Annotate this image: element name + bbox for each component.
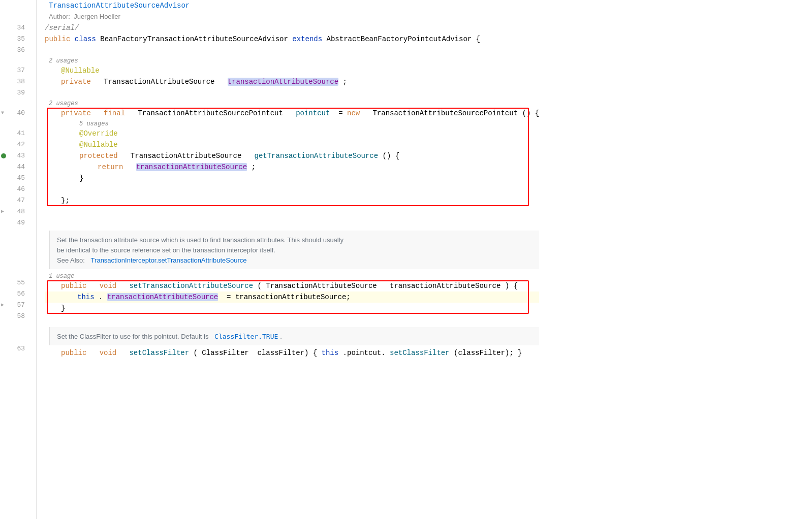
- kw-protected-43: protected: [79, 152, 118, 160]
- var-tas-56: transactionAttributeSource: [107, 293, 218, 301]
- line-num-58: 58: [0, 311, 30, 322]
- line-num-57: 57 ▶: [0, 300, 30, 311]
- code-line-35: public class BeanFactoryTransactionAttri…: [45, 34, 539, 45]
- doc-text-1a: Set the transaction attribute source whi…: [57, 236, 343, 244]
- kw-new-40: new: [347, 109, 360, 117]
- doc-see-also-label: See Also:: [57, 256, 85, 264]
- line-num-49: 49: [0, 217, 30, 229]
- line-numbers-column: 34 35 36 37 38 39 40 ▼ 41 42 43 44 45: [0, 0, 37, 519]
- line-num-44: 44: [0, 161, 30, 173]
- code-editor: 34 35 36 37 38 39 40 ▼ 41 42 43 44 45: [0, 0, 812, 519]
- doc2-line-1: Set the ClassFilter to use for this poin…: [57, 331, 532, 341]
- doc2-link-1[interactable]: ClassFilter.TRUE: [214, 333, 278, 340]
- kw-this-56: this: [77, 293, 95, 301]
- author-line: Author: Juergen Hoeller: [45, 11, 539, 22]
- header-class-line: TransactionAttributeSourceAdvisor: [45, 0, 539, 11]
- kw-public-55: public: [61, 282, 86, 290]
- line-num-usage3: [0, 119, 30, 128]
- annotation-override-41: @Override: [79, 129, 118, 138]
- code-line-49: [45, 217, 539, 229]
- code-line-40: private final TransactionAttributeSource…: [45, 108, 539, 119]
- code-line-47: };: [45, 195, 539, 206]
- line-num-usage4: [0, 268, 30, 277]
- usage-hint-37: 2 usages: [45, 56, 539, 65]
- kw-public-35: public: [45, 34, 70, 45]
- type-tasp-40: TransactionAttributeSourcePointcut: [138, 109, 283, 117]
- doc2-text-1: Set the ClassFilter to use for this poin…: [57, 333, 208, 340]
- code-line-46: [45, 184, 539, 195]
- usage-count-40: 2 usages: [49, 100, 78, 107]
- line-num-usage1: [0, 56, 30, 65]
- line-num-42: 42: [0, 139, 30, 150]
- line-num-41: 41: [0, 128, 30, 139]
- code-line-63: public void setClassFilter ( ClassFilter…: [45, 347, 539, 359]
- usage-hint-55: 1 usage: [45, 271, 539, 280]
- kw-extends-35: extends: [292, 34, 322, 45]
- line-num-46: 46: [0, 184, 30, 195]
- line-num-55: 55: [0, 277, 30, 288]
- usage-count-inner: 5 usages: [79, 120, 109, 127]
- line-num-36: 36: [0, 45, 30, 56]
- kw-private-38: private: [61, 78, 91, 86]
- doc-line-2: be identical to the source reference set…: [57, 245, 532, 255]
- code-line-56: this . transactionAttributeSource = tran…: [45, 291, 539, 303]
- fold-icon-48[interactable]: ▶: [1, 206, 4, 217]
- line-num-39: 39: [0, 87, 30, 99]
- doc-text-1b: be identical to the source reference set…: [57, 246, 275, 254]
- var-pointcut-40: pointcut: [296, 109, 330, 117]
- line-num-34: 34: [0, 22, 30, 34]
- line-num-header2: [0, 11, 30, 22]
- param-tas-55: transactionAttributeSource: [390, 282, 501, 290]
- red-box-group-1: private final TransactionAttributeSource…: [45, 108, 539, 206]
- annotation-nullable-37: @Nullable: [61, 67, 100, 75]
- doc-see-also-link[interactable]: TransactionInterceptor.setTransactionAtt…: [91, 256, 247, 264]
- type-tas-55: TransactionAttributeSource: [266, 282, 377, 290]
- line-num-header1: [0, 0, 30, 11]
- method-stas-55: setTransactionAttributeSource: [129, 282, 253, 290]
- doc-line-3: See Also: TransactionInterceptor.setTran…: [57, 255, 532, 265]
- line-num-40: 40 ▼: [0, 108, 30, 119]
- method-gtas-43: getTransactionAttributeSource: [255, 152, 379, 160]
- code-line-48: [45, 206, 539, 217]
- class-link[interactable]: TransactionAttributeSourceAdvisor: [49, 2, 190, 10]
- line-num-doc1: [0, 229, 30, 268]
- doc-block-2: Set the ClassFilter to use for this poin…: [49, 327, 539, 345]
- gutter-icon-43[interactable]: [1, 153, 6, 158]
- author-label: Author:: [49, 13, 70, 20]
- code-line-57: }: [45, 303, 539, 314]
- code-content-area: TransactionAttributeSourceAdvisor Author…: [37, 0, 539, 519]
- serial-comment: /serial/: [45, 22, 79, 34]
- fold-icon-40[interactable]: ▼: [1, 108, 4, 119]
- code-line-42: @Nullable: [45, 139, 539, 150]
- line-num-37: 37: [0, 65, 30, 76]
- kw-return-44: return: [98, 163, 123, 171]
- doc2-text-2: .: [280, 333, 282, 340]
- type-new-tasp-40: TransactionAttributeSourcePointcut: [372, 109, 518, 117]
- type-tas-38: TransactionAttributeSource: [104, 78, 214, 86]
- line-num-38: 38: [0, 76, 30, 87]
- line-num-47: 47: [0, 195, 30, 206]
- line-num-usage2: [0, 99, 30, 108]
- code-line-44: return transactionAttributeSource ;: [45, 161, 539, 173]
- fold-icon-57[interactable]: ▶: [1, 300, 4, 311]
- kw-final-40: final: [104, 109, 125, 117]
- code-line-45: }: [45, 173, 539, 184]
- annotation-nullable-42: @Nullable: [79, 141, 118, 149]
- author-name: Juergen Hoeller: [74, 13, 120, 20]
- line-num-35: 35: [0, 34, 30, 45]
- var-tas-44: transactionAttributeSource: [136, 163, 247, 171]
- code-line-55: public void setTransactionAttributeSourc…: [45, 280, 539, 291]
- method-scf-63: setClassFilter: [129, 349, 189, 357]
- code-line-37: @Nullable: [45, 65, 539, 76]
- superclass-35: AbstractBeanFactoryPointcutAdvisor: [327, 34, 472, 45]
- code-line-58: [45, 314, 539, 325]
- line-num-43: 43: [0, 150, 30, 161]
- usage-hint-inner: 5 usages: [45, 119, 539, 128]
- line-num-63: 63: [0, 343, 30, 354]
- line-num-doc2: [0, 322, 30, 343]
- doc-line-1: Set the transaction attribute source whi…: [57, 235, 532, 245]
- kw-class-35: class: [75, 34, 96, 45]
- kw-private-40: private: [61, 109, 91, 117]
- usage-hint-40: 2 usages: [45, 99, 539, 108]
- usage-count-37: 2 usages: [49, 57, 78, 64]
